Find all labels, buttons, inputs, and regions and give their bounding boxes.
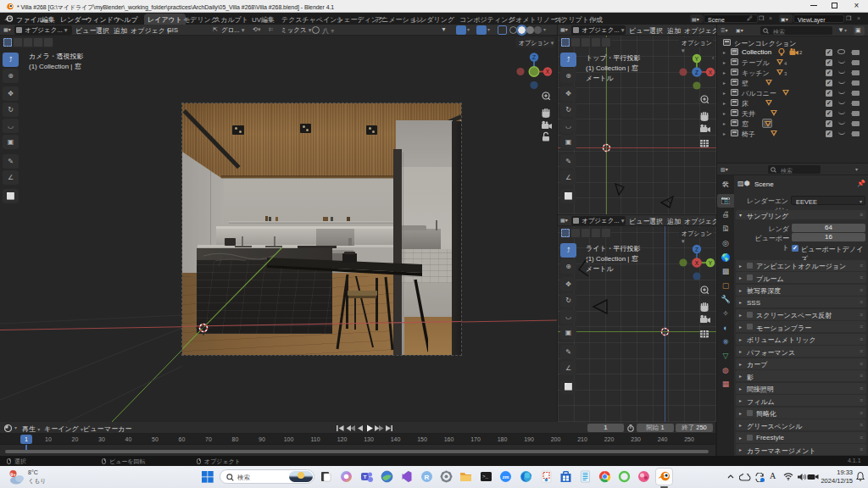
svg-text:Z: Z (695, 69, 698, 75)
svg-text:T: T (364, 474, 367, 480)
svg-text:>_: >_ (482, 474, 489, 480)
svg-text:R: R (425, 474, 430, 481)
svg-text:X: X (695, 260, 699, 266)
svg-text:X: X (709, 69, 713, 75)
svg-text:9+: 9+ (10, 472, 15, 477)
svg-text:X: X (546, 69, 550, 75)
svg-text:Z: Z (695, 247, 698, 252)
svg-text:Y: Y (709, 260, 713, 266)
svg-text:zm: zm (503, 474, 509, 480)
svg-text:Y: Y (695, 56, 699, 62)
svg-text:Z: Z (532, 54, 536, 60)
